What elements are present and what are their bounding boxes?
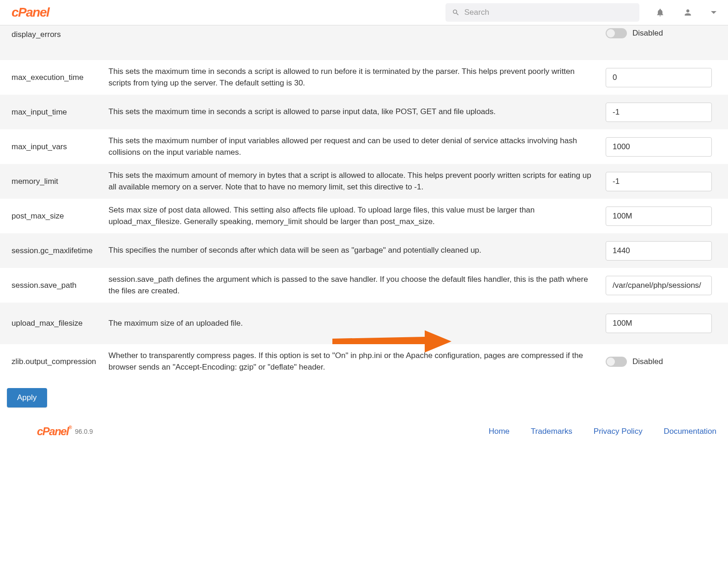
- bell-icon[interactable]: [656, 8, 665, 17]
- footer-links: Home Trademarks Privacy Policy Documenta…: [488, 427, 716, 436]
- footer: cPanel® 96.0.9 Home Trademarks Privacy P…: [0, 420, 728, 452]
- setting-name: upload_max_filesize: [0, 319, 104, 328]
- setting-name: memory_limit: [0, 177, 104, 186]
- input-post-max-size[interactable]: [606, 207, 712, 226]
- setting-row-post-max-size: post_max_size Sets max size of post data…: [0, 199, 728, 233]
- toggle-display-errors[interactable]: [606, 28, 627, 38]
- input-session-save-path[interactable]: [606, 276, 712, 295]
- cpanel-logo: cPanel: [12, 5, 49, 20]
- setting-name: max_execution_time: [0, 73, 104, 82]
- input-max-input-vars[interactable]: [606, 137, 712, 157]
- setting-desc: session.save_path defines the argument w…: [104, 274, 606, 297]
- setting-row-memory-limit: memory_limit This sets the maximum amoun…: [0, 164, 728, 199]
- footer-link-documentation[interactable]: Documentation: [664, 427, 716, 436]
- setting-desc: This specifies the number of seconds aft…: [104, 245, 606, 256]
- input-memory-limit[interactable]: [606, 172, 712, 191]
- setting-row-session-gc-maxlifetime: session.gc_maxlifetime This specifies th…: [0, 233, 728, 268]
- search-input[interactable]: [464, 8, 633, 17]
- setting-row-max-input-time: max_input_time This sets the maximum tim…: [0, 95, 728, 129]
- footer-link-privacy[interactable]: Privacy Policy: [594, 427, 643, 436]
- setting-desc: Sets max size of post data allowed. This…: [104, 205, 606, 227]
- setting-name: display_errors: [0, 25, 104, 39]
- toggle-zlib-output-compression[interactable]: [606, 357, 627, 367]
- user-icon[interactable]: [683, 8, 692, 17]
- setting-row-max-execution-time: max_execution_time This sets the maximum…: [0, 60, 728, 95]
- cpanel-footer-logo: cPanel®: [37, 425, 71, 438]
- setting-desc: This determines whether errors should be…: [104, 25, 606, 27]
- search-box[interactable]: [445, 3, 639, 22]
- caret-down-icon[interactable]: [711, 11, 716, 14]
- setting-row-session-save-path: session.save_path session.save_path defi…: [0, 268, 728, 303]
- toggle-label: Disabled: [632, 357, 663, 366]
- setting-desc: Whether to transparently compress pages.…: [104, 350, 606, 373]
- footer-version: 96.0.9: [75, 428, 93, 435]
- input-upload-max-filesize[interactable]: [606, 314, 712, 333]
- apply-button[interactable]: Apply: [7, 388, 47, 407]
- input-max-execution-time[interactable]: [606, 68, 712, 87]
- setting-desc: This sets the maximum time in seconds a …: [104, 66, 606, 89]
- setting-desc: This sets the maximum amount of memory i…: [104, 170, 606, 193]
- footer-link-home[interactable]: Home: [488, 427, 509, 436]
- setting-desc: The maximum size of an uploaded file.: [104, 318, 606, 329]
- input-session-gc-maxlifetime[interactable]: [606, 241, 712, 261]
- search-icon: [452, 8, 460, 17]
- setting-name: session.gc_maxlifetime: [0, 246, 104, 255]
- input-max-input-time[interactable]: [606, 103, 712, 122]
- setting-row-max-input-vars: max_input_vars This sets the maximum num…: [0, 129, 728, 164]
- setting-name: max_input_time: [0, 108, 104, 117]
- toggle-label: Disabled: [632, 29, 663, 38]
- header-bar: cPanel: [0, 0, 728, 25]
- setting-row-upload-max-filesize: upload_max_filesize The maximum size of …: [0, 303, 728, 344]
- setting-name: post_max_size: [0, 212, 104, 221]
- setting-desc: This sets the maximum time in seconds a …: [104, 106, 606, 118]
- footer-link-trademarks[interactable]: Trademarks: [531, 427, 572, 436]
- setting-name: session.save_path: [0, 281, 104, 290]
- setting-row-display-errors: display_errors This determines whether e…: [0, 25, 728, 60]
- setting-name: zlib.output_compression: [0, 357, 104, 366]
- setting-row-zlib-output-compression: zlib.output_compression Whether to trans…: [0, 344, 728, 379]
- apply-row: Apply: [0, 379, 728, 420]
- settings-table: display_errors This determines whether e…: [0, 25, 728, 379]
- setting-name: max_input_vars: [0, 142, 104, 152]
- setting-desc: This sets the maximum number of input va…: [104, 135, 606, 158]
